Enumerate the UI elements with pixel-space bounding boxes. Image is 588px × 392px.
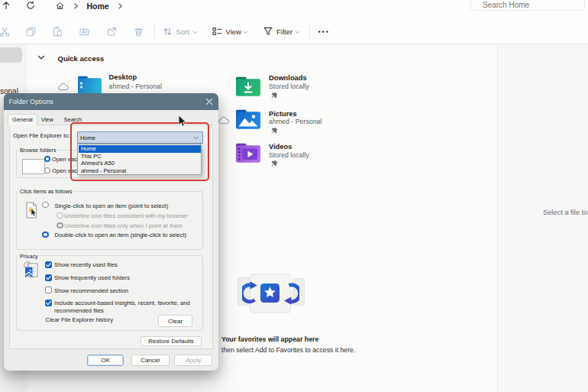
- show-frequent-label[interactable]: Show frequently used folders: [54, 274, 130, 281]
- favorites-empty-heading: Your favorites will appear here: [221, 335, 318, 343]
- browse-folders-image: [22, 159, 45, 174]
- refresh-icon[interactable]: [26, 1, 35, 10]
- pictures-folder-icon[interactable]: [235, 109, 261, 129]
- rename-icon[interactable]: [79, 27, 89, 37]
- breadcrumb-chevron-icon: [73, 3, 79, 9]
- privacy-group: Privacy Show recently used files Show fr…: [16, 255, 203, 331]
- preview-pane: [497, 44, 588, 392]
- checkbox-show-recommended[interactable]: [45, 287, 52, 293]
- underline-browser-label[interactable]: Underline icon titles consistent with my…: [64, 212, 188, 219]
- search-placeholder: Search Home: [483, 1, 529, 9]
- radio-double-click[interactable]: [42, 232, 49, 238]
- show-recommended-label[interactable]: Show recommended section: [54, 287, 128, 294]
- quick-access-expand-icon[interactable]: [37, 54, 45, 61]
- delete-icon[interactable]: [134, 27, 144, 37]
- sidebar-item-highlight[interactable]: [0, 47, 22, 63]
- filter-icon: [263, 27, 273, 36]
- view-icon: [212, 27, 222, 36]
- breadcrumb-home[interactable]: Home: [87, 2, 109, 11]
- filter-button[interactable]: Filter: [276, 28, 292, 36]
- videos-folder-icon[interactable]: [235, 143, 261, 163]
- favorites-empty-body: then select Add to Favorites to access i…: [221, 346, 355, 354]
- tab-general[interactable]: General: [8, 114, 37, 125]
- tile-subtitle-desktop: ahmed - Personal: [109, 83, 162, 90]
- address-bar: Home Search Home: [0, 0, 588, 15]
- chevron-down-icon: [295, 31, 300, 34]
- include-insights-label-line2: recommended files: [54, 307, 104, 314]
- clear-button[interactable]: Clear: [158, 315, 193, 327]
- privacy-label: Privacy: [18, 253, 40, 260]
- checkbox-show-recent[interactable]: [45, 261, 52, 268]
- chevron-down-icon: [192, 31, 198, 34]
- toolbar-separator: [309, 24, 310, 39]
- radio-single-click[interactable]: [42, 202, 49, 209]
- include-insights-label-line1[interactable]: Include account-based insights, recent, …: [54, 300, 190, 306]
- up-arrow-icon[interactable]: [2, 1, 11, 10]
- radio-underline-browser[interactable]: [57, 212, 63, 219]
- single-click-label[interactable]: Single-click to open an item (point to s…: [55, 202, 169, 209]
- star-icon: [263, 286, 276, 299]
- toolbar-separator: [154, 24, 155, 39]
- open-to-label: Open File Explorer to:: [13, 132, 70, 139]
- home-icon[interactable]: [56, 2, 64, 10]
- ok-button[interactable]: OK: [87, 355, 124, 366]
- paste-icon[interactable]: [53, 27, 63, 37]
- clear-history-label: Clear File Explorer history: [46, 316, 113, 323]
- cut-icon[interactable]: [0, 27, 10, 37]
- click-items-group: Click items as follows Single-click to o…: [16, 191, 203, 250]
- apply-button[interactable]: Apply: [174, 355, 212, 366]
- pin-icon: [271, 160, 278, 167]
- privacy-image: [23, 261, 40, 279]
- tile-name-pictures[interactable]: Pictures: [269, 110, 297, 118]
- checkbox-show-frequent[interactable]: [45, 274, 52, 281]
- sync-arrow-left-icon: [242, 281, 257, 305]
- mouse-cursor: [178, 115, 186, 127]
- show-recent-label[interactable]: Show recently used files: [54, 261, 118, 268]
- radio-underline-point[interactable]: [57, 222, 63, 229]
- restore-defaults-button[interactable]: Restore Defaults: [141, 336, 202, 346]
- share-icon[interactable]: [107, 27, 117, 37]
- close-icon[interactable]: [205, 98, 213, 105]
- annotation-rectangle: [70, 122, 209, 181]
- radio-open-own-window[interactable]: [44, 167, 51, 174]
- click-items-image: [26, 202, 37, 219]
- quick-access-header[interactable]: Quick access: [58, 54, 105, 63]
- downloads-folder-icon[interactable]: [235, 76, 261, 96]
- underline-point-label[interactable]: Underline icon titles only when I point …: [64, 222, 183, 229]
- chevron-down-icon: [243, 31, 248, 34]
- checkbox-include-insights[interactable]: [45, 300, 52, 306]
- dialog-titlebar[interactable]: Folder Options: [4, 93, 218, 109]
- tile-name-downloads[interactable]: Downloads: [269, 74, 307, 82]
- tile-subtitle-downloads: Stored locally: [269, 83, 309, 90]
- sync-arrow-right-icon: [284, 281, 299, 305]
- pin-icon: [271, 127, 278, 134]
- dialog-title: Folder Options: [9, 98, 54, 105]
- sort-button[interactable]: Sort: [176, 28, 189, 36]
- tile-name-videos[interactable]: Videos: [269, 143, 292, 151]
- click-items-label: Click items as follows: [18, 188, 73, 195]
- tile-subtitle-videos: Stored locally: [269, 151, 309, 159]
- onedrive-cloud-icon: [218, 116, 229, 125]
- tile-subtitle-pictures: ahmed - Personal: [269, 118, 321, 125]
- view-button[interactable]: View: [226, 28, 241, 36]
- breadcrumb-chevron-icon[interactable]: [118, 3, 123, 9]
- radio-open-same-window[interactable]: [44, 156, 51, 163]
- desktop-folder-icon[interactable]: [77, 76, 102, 95]
- double-click-label[interactable]: Double-click to open an item (single-cli…: [55, 232, 187, 238]
- onedrive-cloud-icon: [58, 83, 69, 91]
- browse-folders-label: Browse folders: [18, 147, 58, 154]
- pin-icon: [271, 92, 278, 99]
- file-explorer-window: Home Search Home: [0, 0, 588, 392]
- command-toolbar: Sort View Filter: [0, 15, 588, 44]
- favorites-illustration: [237, 273, 305, 313]
- copy-icon[interactable]: [26, 27, 36, 37]
- more-options-icon[interactable]: [318, 30, 329, 34]
- cancel-button[interactable]: Cancel: [131, 355, 170, 366]
- tile-name-desktop[interactable]: Desktop: [109, 73, 137, 81]
- sort-icon: [163, 28, 172, 36]
- preview-message: Select a file to p: [543, 209, 588, 216]
